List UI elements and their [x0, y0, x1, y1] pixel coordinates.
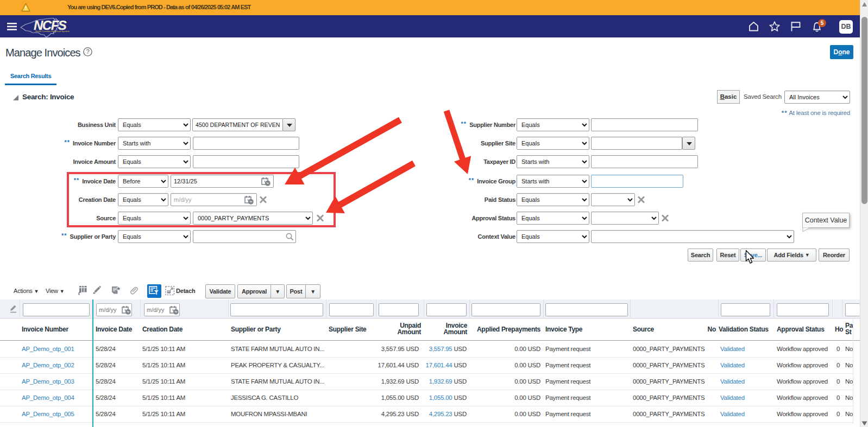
- svg-text:North Carolina Financial Syste: North Carolina Financial System: [35, 30, 70, 33]
- svg-text:?: ?: [86, 48, 89, 55]
